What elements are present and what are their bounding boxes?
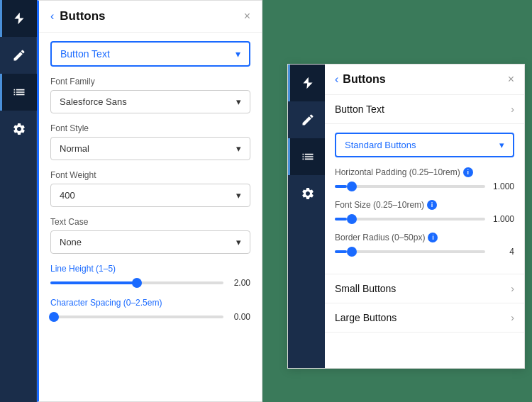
- left-back-button[interactable]: ‹: [50, 10, 54, 23]
- font-size-fill: [335, 218, 347, 220]
- left-panel-body: Button Text ▾ Font Family Salesforce San…: [39, 33, 262, 401]
- standard-buttons-dropdown[interactable]: Standard Buttons ▾: [335, 133, 514, 157]
- font-style-chevron-icon: ▾: [236, 143, 241, 154]
- font-family-select[interactable]: Salesforce Sans ▾: [50, 90, 250, 113]
- small-buttons-chevron-icon: ›: [511, 283, 514, 294]
- standard-buttons-section: Standard Buttons ▾ Horizontal Padding (0…: [325, 124, 524, 274]
- text-case-group: Text Case None ▾: [50, 217, 250, 254]
- char-spacing-thumb[interactable]: [49, 312, 59, 322]
- right-sidebar-icon-gear[interactable]: [288, 175, 325, 212]
- font-weight-select[interactable]: 400 ▾: [50, 184, 250, 207]
- font-size-value: 1.000: [489, 214, 514, 224]
- font-style-select[interactable]: Normal ▾: [50, 137, 250, 160]
- button-text-dropdown[interactable]: Button Text ▾: [50, 41, 250, 67]
- border-radius-value: 4: [489, 247, 514, 257]
- dropdown-chevron-icon: ▾: [235, 48, 240, 60]
- right-panel: ‹ Buttons × Button Text › Standard Butto…: [287, 64, 525, 369]
- line-height-track[interactable]: [50, 281, 223, 284]
- h-padding-info-icon[interactable]: i: [463, 167, 473, 177]
- left-close-button[interactable]: ×: [244, 10, 250, 23]
- left-sidebar: [0, 0, 37, 402]
- sidebar-icon-bolt[interactable]: [0, 0, 37, 37]
- font-family-chevron-icon: ▾: [236, 96, 241, 107]
- sidebar-icon-gear[interactable]: [0, 111, 37, 147]
- border-radius-info-icon[interactable]: i: [428, 233, 438, 242]
- h-padding-group: Horizontal Padding (0.25–10rem) i 1.000: [335, 167, 514, 191]
- right-panel-body: Button Text › Standard Buttons ▾ Horizon…: [325, 95, 524, 368]
- left-panel-title: Buttons: [60, 9, 238, 23]
- font-family-group: Font Family Salesforce Sans ▾: [50, 77, 250, 113]
- sidebar-icon-list[interactable]: [0, 74, 37, 111]
- h-padding-label-row: Horizontal Padding (0.25–10rem) i: [335, 167, 514, 177]
- font-weight-group: Font Weight 400 ▾: [50, 170, 250, 207]
- small-buttons-section[interactable]: Small Buttons ›: [325, 274, 524, 303]
- right-sidebar-icon-edit[interactable]: [288, 101, 325, 138]
- left-panel-content: ‹ Buttons × Button Text ▾ Font Family Sa…: [37, 0, 262, 402]
- char-spacing-value: 0.00: [229, 312, 250, 322]
- line-height-value: 2.00: [229, 278, 250, 288]
- button-text-chevron-icon: ›: [511, 104, 514, 115]
- border-radius-slider-row: 4: [335, 247, 514, 257]
- right-panel-header: ‹ Buttons ×: [325, 65, 524, 95]
- right-panel-title: Buttons: [343, 73, 503, 86]
- left-panel-header: ‹ Buttons ×: [39, 1, 262, 33]
- char-spacing-label: Character Spacing (0–2.5em): [50, 298, 250, 308]
- right-sidebar-icon-bolt[interactable]: [288, 65, 325, 101]
- text-case-select[interactable]: None ▾: [50, 230, 250, 254]
- font-size-track[interactable]: [335, 218, 485, 220]
- border-radius-track[interactable]: [335, 250, 485, 253]
- line-height-slider-row: 2.00: [50, 278, 250, 288]
- border-radius-label-row: Border Radius (0–50px) i: [335, 233, 514, 242]
- font-family-label: Font Family: [50, 77, 250, 86]
- button-text-section-label: Button Text: [335, 104, 384, 115]
- text-case-label: Text Case: [50, 217, 250, 227]
- large-buttons-label: Large Buttons: [335, 312, 397, 323]
- right-close-button[interactable]: ×: [508, 73, 514, 86]
- right-panel-content: ‹ Buttons × Button Text › Standard Butto…: [325, 65, 524, 368]
- large-buttons-chevron-icon: ›: [511, 312, 514, 323]
- h-padding-value: 1.000: [489, 182, 514, 191]
- font-weight-label: Font Weight: [50, 170, 250, 180]
- text-case-chevron-icon: ▾: [236, 237, 241, 247]
- line-height-thumb[interactable]: [132, 278, 142, 288]
- line-height-fill: [50, 281, 137, 284]
- line-height-group: Line Height (1–5) 2.00: [50, 264, 250, 288]
- char-spacing-slider-row: 0.00: [50, 312, 250, 322]
- large-buttons-section[interactable]: Large Buttons ›: [325, 303, 524, 333]
- char-spacing-track[interactable]: [50, 316, 223, 318]
- font-weight-chevron-icon: ▾: [236, 190, 241, 201]
- font-size-info-icon[interactable]: i: [427, 200, 437, 210]
- font-size-slider-row: 1.000: [335, 214, 514, 224]
- line-height-label: Line Height (1–5): [50, 264, 250, 274]
- sidebar-icon-edit[interactable]: [0, 37, 37, 74]
- font-size-group: Font Size (0.25–10rem) i 1.000: [335, 200, 514, 224]
- h-padding-thumb[interactable]: [347, 182, 357, 191]
- h-padding-slider-row: 1.000: [335, 182, 514, 191]
- border-radius-group: Border Radius (0–50px) i 4: [335, 233, 514, 257]
- right-sidebar-icon-list[interactable]: [288, 138, 325, 175]
- border-radius-thumb[interactable]: [347, 247, 357, 257]
- font-size-label-row: Font Size (0.25–10rem) i: [335, 200, 514, 210]
- font-style-label: Font Style: [50, 123, 250, 133]
- char-spacing-group: Character Spacing (0–2.5em) 0.00: [50, 298, 250, 322]
- font-style-group: Font Style Normal ▾: [50, 123, 250, 160]
- small-buttons-label: Small Buttons: [335, 283, 396, 294]
- h-padding-track[interactable]: [335, 185, 485, 188]
- button-text-section[interactable]: Button Text ›: [325, 95, 524, 124]
- right-sidebar: [288, 65, 325, 368]
- border-radius-fill: [335, 250, 347, 253]
- font-size-thumb[interactable]: [347, 214, 357, 224]
- standard-buttons-chevron-icon: ▾: [499, 140, 504, 150]
- h-padding-fill: [335, 185, 347, 188]
- right-back-button[interactable]: ‹: [335, 73, 338, 86]
